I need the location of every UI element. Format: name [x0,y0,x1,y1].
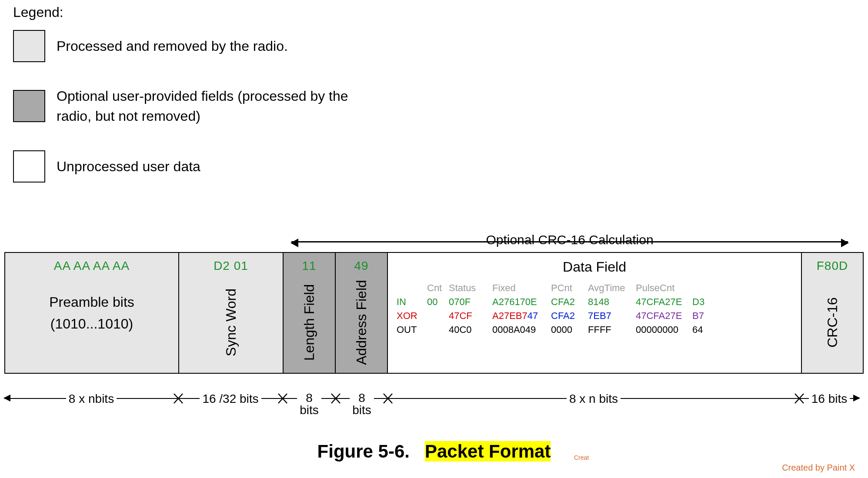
data-cell: 8148 [588,296,636,308]
field-data: Data Field CntStatusFixedPCntAvgTimePuls… [388,253,802,373]
field-address: 49 Address Field [336,253,388,373]
data-cell: B7 [692,310,714,322]
data-cell: 0008A049 [492,324,551,335]
data-cell: 64 [692,324,714,335]
dimension-segment: 8 x nbits [4,392,178,406]
data-cell: D3 [692,296,714,308]
data-cell: A276170E [492,296,551,308]
data-cell: CFA2 [551,296,588,308]
figure-caption: Figure 5-6. Packet Format [0,441,868,462]
legend-item-processed-removed: Processed and removed by the radio. [13,30,855,62]
dimension-segment: 16 bits [799,392,859,406]
watermark: Created by Paint X [782,463,855,473]
watermark-fragment: Creat [574,454,589,461]
data-cell [427,310,449,322]
data-table-row: IN00070FA276170ECFA2814847CFA27ED3 [397,296,792,308]
data-cell: A27EB747 [492,310,551,322]
dimension-separator-icon [277,393,288,406]
dimension-label: 16 /32 bits [200,392,261,406]
data-cell [427,324,449,335]
dimension-label: 8 x nbits [66,392,117,406]
data-table-header [692,282,714,294]
data-cell: 0000 [551,324,588,335]
packet-diagram: AA AA AA AA Preamble bits (1010...1010) … [4,252,864,374]
data-cell: FFFF [588,324,636,335]
data-table-row: OUT40C00008A0490000FFFF0000000064 [397,324,792,335]
dimension-row: 8 x nbits16 /32 bits8bits8bits8 x n bits… [4,392,864,427]
dimension-label: 8bits [350,392,374,416]
legend-item-optional-fields: Optional user-provided fields (processed… [13,86,855,126]
data-field-title: Data Field [388,259,801,275]
data-cell: 070F [449,296,492,308]
data-table-row: XOR47CFA27EB747CFA27EB747CFA27EB7 [397,310,792,322]
field-sync-word: D2 01 Sync Word [179,253,284,373]
length-hex: 11 [284,259,335,273]
legend-text: Unprocessed user data [57,156,200,176]
legend-item-unprocessed: Unprocessed user data [13,150,855,183]
legend-text: Processed and removed by the radio. [57,36,288,56]
dimension-label: 8 x n bits [567,392,621,406]
data-table-header: Cnt [427,282,449,294]
field-preamble: AA AA AA AA Preamble bits (1010...1010) [5,253,179,373]
dimension-label: 8bits [297,392,321,416]
data-table-header: PCnt [551,282,588,294]
data-cell: 47CFA27E [636,310,692,322]
field-crc16: F80D CRC-16 [802,253,863,373]
crc-label: CRC-16 [825,297,841,348]
length-label: Length Field [301,284,317,361]
sync-hex: D2 01 [179,259,283,273]
dimension-separator-icon [794,393,805,406]
dimension-segment: 16 /32 bits [178,392,283,406]
caption-prefix: Figure 5-6. [317,441,410,461]
data-table-header: AvgTime [588,282,636,294]
swatch-dark [13,90,45,122]
preamble-label: Preamble bits [5,294,178,310]
data-table-header: Status [449,282,492,294]
data-cell: 47CFA27E [636,296,692,308]
data-cell: CFA2 [551,310,588,322]
swatch-light [13,30,45,62]
dimension-label: 16 bits [809,392,850,406]
row-label: XOR [397,310,427,322]
legend-title: Legend: [13,4,855,20]
dimension-separator-icon [173,393,184,406]
sync-label: Sync Word [223,289,239,356]
data-table-header: Fixed [492,282,551,294]
data-cell: 00 [427,296,449,308]
crc-span-arrow [291,241,848,250]
row-label: IN [397,296,427,308]
crc-hex: F80D [802,259,863,273]
preamble-hex: AA AA AA AA [5,259,178,273]
arrow-left-icon [3,395,10,402]
legend-text: Optional user-provided fields (processed… [57,86,361,126]
dimension-separator-icon [331,393,341,406]
dimension-segment: 8bits [283,392,336,417]
address-label: Address Field [354,280,370,365]
dimension-segment: 8 x n bits [388,392,799,406]
dimension-segment: 8bits [336,392,388,417]
preamble-pattern: (1010...1010) [5,316,178,332]
data-table: CntStatusFixedPCntAvgTimePulseCntIN00070… [397,282,792,335]
data-table-header: PulseCnt [636,282,692,294]
caption-highlight: Packet Format [425,441,551,461]
row-label: OUT [397,324,427,335]
dimension-separator-icon [383,393,393,406]
data-cell: 00000000 [636,324,692,335]
data-cell: 7EB7 [588,310,636,322]
data-cell: 47CF [449,310,492,322]
address-hex: 49 [336,259,387,273]
arrow-right-icon [853,395,860,402]
swatch-white [13,150,45,183]
data-table-header [397,282,427,294]
data-cell: 40C0 [449,324,492,335]
field-length: 11 Length Field [284,253,336,373]
